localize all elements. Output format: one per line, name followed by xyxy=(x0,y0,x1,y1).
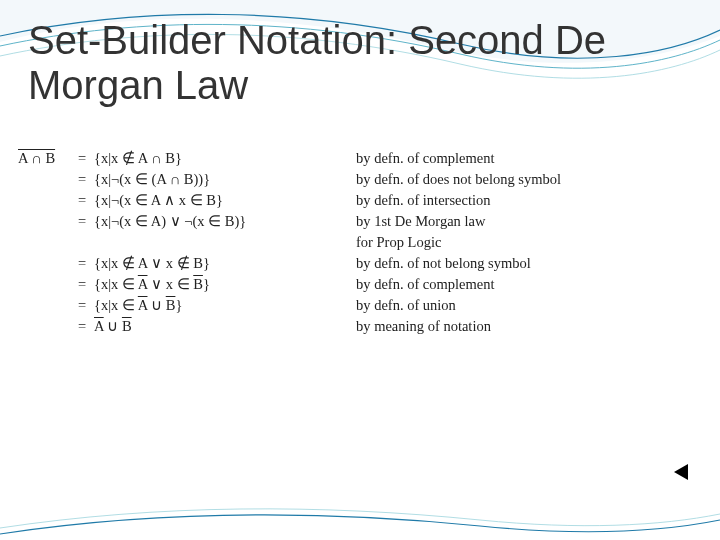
footer-wave-decoration xyxy=(0,504,720,540)
equation-row: for Prop Logic xyxy=(18,232,567,253)
equals-sign: = xyxy=(76,190,94,211)
equation-lhs xyxy=(18,274,76,295)
equation-lhs xyxy=(18,232,76,253)
equation-rhs: {x|¬(x ∈ (A ∩ B))} xyxy=(94,169,356,190)
equation-lhs xyxy=(18,211,76,232)
equation-lhs xyxy=(18,169,76,190)
equation-reason: by defn. of intersection xyxy=(356,190,567,211)
equation-row: =A ∪ Bby meaning of notation xyxy=(18,316,567,337)
equals-sign: = xyxy=(76,148,94,169)
slide-title: Set-Builder Notation: Second De Morgan L… xyxy=(28,18,692,108)
equation-reason: by defn. of does not belong symbol xyxy=(356,169,567,190)
equation-reason: for Prop Logic xyxy=(356,232,567,253)
equation-rhs: {x|x ∈ A ∨ x ∈ B} xyxy=(94,274,356,295)
equation-reason: by defn. of complement xyxy=(356,148,567,169)
equation-rhs: A ∪ B xyxy=(94,316,356,337)
back-icon[interactable] xyxy=(674,464,688,480)
equation-row: ={x|x ∉ A ∨ x ∉ B}by defn. of not belong… xyxy=(18,253,567,274)
equation-rhs: {x|x ∉ A ∨ x ∉ B} xyxy=(94,253,356,274)
equation-reason: by meaning of notation xyxy=(356,316,567,337)
equation-row: ={x|x ∈ A ∨ x ∈ B}by defn. of complement xyxy=(18,274,567,295)
equation-reason: by defn. of complement xyxy=(356,274,567,295)
equation-lhs xyxy=(18,253,76,274)
equals-sign: = xyxy=(76,211,94,232)
equals-sign: = xyxy=(76,169,94,190)
equals-sign: = xyxy=(76,274,94,295)
equation-reason: by defn. of union xyxy=(356,295,567,316)
equals-sign: = xyxy=(76,316,94,337)
equation-rhs: {x|¬(x ∈ A) ∨ ¬(x ∈ B)} xyxy=(94,211,356,232)
equation-table: A ∩ B={x|x ∉ A ∩ B}by defn. of complemen… xyxy=(18,148,567,337)
equation-reason: by 1st De Morgan law xyxy=(356,211,567,232)
equation-rhs xyxy=(94,232,356,253)
equation-rhs: {x|x ∈ A ∪ B} xyxy=(94,295,356,316)
equation-row: ={x|¬(x ∈ A) ∨ ¬(x ∈ B)}by 1st De Morgan… xyxy=(18,211,567,232)
equation-lhs xyxy=(18,295,76,316)
equation-reason: by defn. of not belong symbol xyxy=(356,253,567,274)
equals-sign: = xyxy=(76,253,94,274)
equation-row: ={x|x ∈ A ∪ B}by defn. of union xyxy=(18,295,567,316)
equals-sign xyxy=(76,232,94,253)
equation-lhs xyxy=(18,190,76,211)
equation-rhs: {x|¬(x ∈ A ∧ x ∈ B} xyxy=(94,190,356,211)
equation-row: ={x|¬(x ∈ (A ∩ B))}by defn. of does not … xyxy=(18,169,567,190)
equation-rhs: {x|x ∉ A ∩ B} xyxy=(94,148,356,169)
equals-sign: = xyxy=(76,295,94,316)
equation-lhs xyxy=(18,316,76,337)
equation-row: A ∩ B={x|x ∉ A ∩ B}by defn. of complemen… xyxy=(18,148,567,169)
proof-content: A ∩ B={x|x ∉ A ∩ B}by defn. of complemen… xyxy=(18,148,702,337)
equation-row: ={x|¬(x ∈ A ∧ x ∈ B}by defn. of intersec… xyxy=(18,190,567,211)
equation-lhs: A ∩ B xyxy=(18,148,76,169)
